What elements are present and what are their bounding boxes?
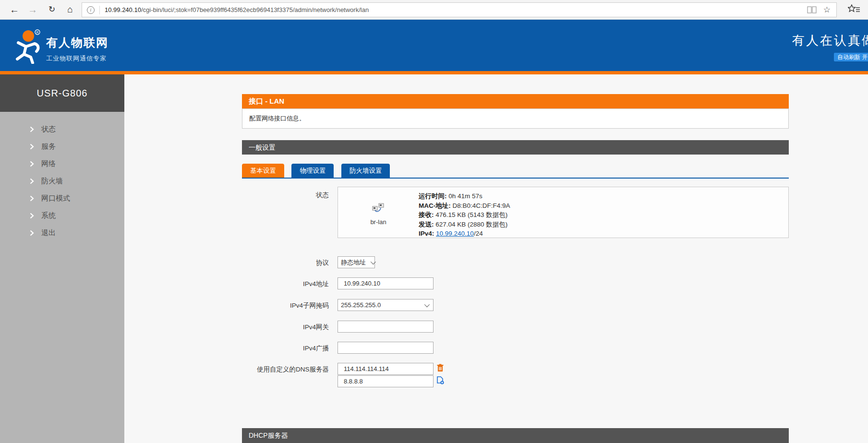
usr-logo-icon: R xyxy=(12,29,43,66)
mac-label: MAC-地址: xyxy=(419,202,451,209)
dns-label: 使用自定义的DNS服务器 xyxy=(242,365,329,374)
sidebar-item-services[interactable]: 服务 xyxy=(0,138,124,155)
sidebar-item-label: 网络 xyxy=(41,159,56,168)
ipv4-netmask-label: IPv4子网掩码 xyxy=(242,301,329,310)
ipv4-netmask-select[interactable]: 255.255.255.0 xyxy=(338,299,434,311)
sidebar-item-system[interactable]: 系统 xyxy=(0,207,124,224)
main-content: 接口 - LAN 配置网络接口信息。 一般设置 基本设置 物理设置 防火墙设置 … xyxy=(124,74,868,443)
brand-title: 有人物联网 xyxy=(46,35,108,50)
section-general-settings: 一般设置 xyxy=(242,140,789,155)
auto-refresh-toggle[interactable]: 自动刷新 开 xyxy=(834,53,868,61)
browser-toolbar: ← → ↻ ⌂ i 10.99.240.10/cgi-bin/luci/;sto… xyxy=(0,0,868,20)
tab-basic-settings[interactable]: 基本设置 xyxy=(242,164,284,178)
svg-text:R: R xyxy=(36,31,38,34)
add-dns-icon[interactable] xyxy=(437,376,444,386)
divider xyxy=(99,6,100,14)
header-slogan: 有人在认真做 xyxy=(792,32,868,49)
sidebar-item-label: 状态 xyxy=(41,125,56,134)
ipv4-gateway-label: IPv4网关 xyxy=(242,323,329,332)
sidebar-item-firewall[interactable]: 防火墙 xyxy=(0,172,124,190)
chevron-right-icon xyxy=(30,144,34,150)
section-dhcp-server: DHCP服务器 xyxy=(242,428,789,443)
ipv4-broadcast-label: IPv4广播 xyxy=(242,344,329,353)
sidebar-item-port-mode[interactable]: 网口模式 xyxy=(0,190,124,207)
uptime-label: 运行时间: xyxy=(419,192,447,200)
ipv4-label: IPv4: xyxy=(419,230,434,237)
ipv4-netmask-value: 255.255.255.0 xyxy=(341,301,381,309)
interface-cell: br-lan xyxy=(338,187,419,239)
reading-view-icon[interactable] xyxy=(807,6,817,13)
settings-tabs: 基本设置 物理设置 防火墙设置 xyxy=(242,164,789,179)
url-host: 10.99.240.10 xyxy=(105,6,141,13)
forward-icon[interactable]: → xyxy=(26,3,39,16)
interface-status-box: br-lan 运行时间: 0h 41m 57s MAC-地址: D8:B0:4C… xyxy=(338,187,789,238)
interface-name: br-lan xyxy=(370,218,386,226)
sidebar-nav: 状态 服务 网络 防火墙 网口模式 系统 退出 xyxy=(0,112,124,241)
ipv4-line: IPv4: 10.99.240.10/24 xyxy=(419,229,510,239)
tx-line: 发送: 627.04 KB (2880 数据包) xyxy=(419,220,510,229)
uptime-value: 0h 41m 57s xyxy=(448,192,482,200)
sidebar-item-label: 系统 xyxy=(41,211,56,220)
favorites-hub-icon[interactable] xyxy=(848,4,860,16)
chevron-right-icon xyxy=(30,126,34,132)
sidebar-item-network[interactable]: 网络 xyxy=(0,155,124,172)
sidebar-item-label: 退出 xyxy=(41,228,56,238)
chevron-right-icon xyxy=(30,213,34,219)
address-bar[interactable]: i 10.99.240.10/cgi-bin/luci/;stok=f07bee… xyxy=(82,2,837,17)
protocol-select[interactable]: 静态地址 xyxy=(338,256,375,268)
sidebar: USR-G806 状态 服务 网络 防火墙 网口模式 系统 退出 xyxy=(0,74,124,443)
delete-dns-icon[interactable] xyxy=(437,364,444,374)
page-description: 配置网络接口信息。 xyxy=(242,108,789,129)
brand-block: 有人物联网 工业物联网通信专家 xyxy=(46,35,108,63)
sidebar-item-logout[interactable]: 退出 xyxy=(0,224,124,241)
page-title: 接口 - LAN xyxy=(242,94,789,108)
protocol-value: 静态地址 xyxy=(341,258,366,267)
chevron-right-icon xyxy=(30,161,34,167)
uptime-line: 运行时间: 0h 41m 57s xyxy=(419,192,510,201)
url-path: /cgi-bin/luci/;stok=f07bee939ff6435f62ec… xyxy=(141,6,369,13)
device-name: USR-G806 xyxy=(0,74,124,112)
mac-value: D8:B0:4C:DF:F4:9A xyxy=(453,202,510,209)
rx-line: 接收: 476.15 KB (5143 数据包) xyxy=(419,210,510,220)
tx-value: 627.04 KB (2880 数据包) xyxy=(435,221,507,228)
protocol-label: 协议 xyxy=(242,259,329,267)
favorite-star-icon[interactable]: ☆ xyxy=(823,5,831,15)
status-label: 状态 xyxy=(242,191,329,200)
dns-input-2[interactable] xyxy=(338,375,434,387)
chevron-down-icon xyxy=(371,259,376,264)
back-icon[interactable]: ← xyxy=(8,3,21,16)
chevron-down-icon xyxy=(424,301,430,307)
tx-label: 发送: xyxy=(419,221,434,228)
mac-line: MAC-地址: D8:B0:4C:DF:F4:9A xyxy=(419,201,510,211)
ipv4-address-input[interactable] xyxy=(338,277,434,289)
status-details: 运行时间: 0h 41m 57s MAC-地址: D8:B0:4C:DF:F4:… xyxy=(419,192,510,239)
sidebar-item-label: 防火墙 xyxy=(41,177,63,186)
sidebar-item-label: 网口模式 xyxy=(41,194,70,203)
chevron-right-icon xyxy=(30,178,34,184)
ipv4-address-label: IPv4地址 xyxy=(242,280,329,288)
sidebar-item-status[interactable]: 状态 xyxy=(0,120,124,138)
chevron-right-icon xyxy=(30,230,34,236)
rx-value: 476.15 KB (5143 数据包) xyxy=(435,211,507,218)
ipv4-suffix: /24 xyxy=(474,230,483,237)
bridge-interface-icon xyxy=(372,203,385,215)
chevron-right-icon xyxy=(30,195,34,202)
dns-input-1[interactable] xyxy=(338,363,434,375)
sidebar-item-label: 服务 xyxy=(41,142,56,151)
url-text[interactable]: 10.99.240.10/cgi-bin/luci/;stok=f07bee93… xyxy=(105,6,807,13)
home-icon[interactable]: ⌂ xyxy=(63,3,77,16)
interface-form: 状态 br-lan 运行时间: 0h 41m 57s MAC-地址: D8:B0… xyxy=(242,187,789,407)
tab-firewall-settings[interactable]: 防火墙设置 xyxy=(341,164,390,178)
ipv4-link[interactable]: 10.99.240.10 xyxy=(436,230,474,237)
ipv4-broadcast-input[interactable] xyxy=(338,342,434,354)
site-info-icon[interactable]: i xyxy=(87,6,95,14)
rx-label: 接收: xyxy=(419,211,434,218)
refresh-icon[interactable]: ↻ xyxy=(45,3,59,16)
header-accent-strip xyxy=(0,71,868,74)
brand-subtitle: 工业物联网通信专家 xyxy=(46,54,108,63)
app-header: R 有人物联网 工业物联网通信专家 有人在认真做 自动刷新 开 xyxy=(0,20,868,71)
tab-physical-settings[interactable]: 物理设置 xyxy=(291,164,334,178)
ipv4-gateway-input[interactable] xyxy=(338,321,434,333)
